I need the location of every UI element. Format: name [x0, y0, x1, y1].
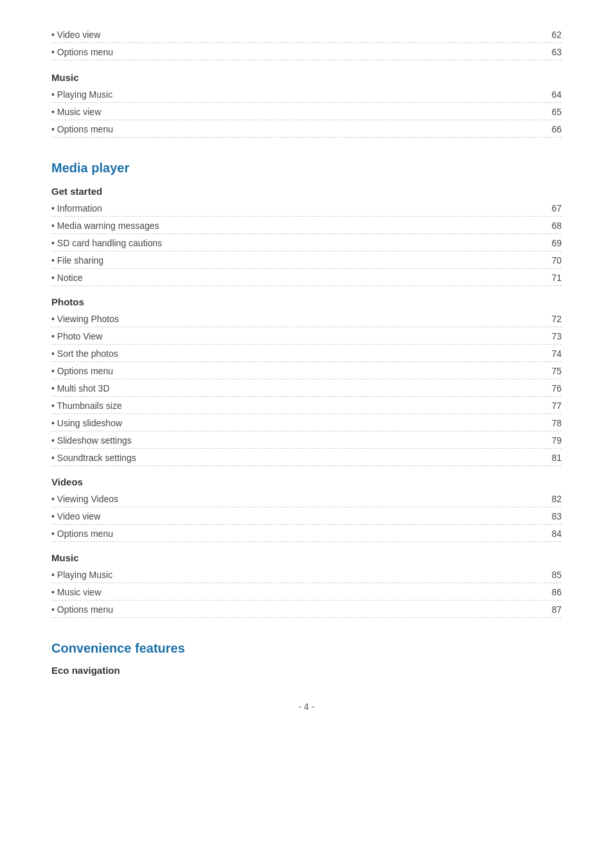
photos-section: Photos • Viewing Photos 72 • Photo View …	[51, 296, 562, 466]
list-item: • Video view 83	[51, 507, 562, 525]
item-label: • Options menu	[51, 529, 113, 539]
item-label: • Photo View	[51, 331, 102, 341]
list-item: • Information 67	[51, 199, 562, 217]
item-page: 75	[551, 366, 562, 376]
item-label: • Music view	[51, 587, 101, 597]
list-item: • Options menu 66	[51, 120, 562, 138]
item-page: 82	[551, 494, 562, 504]
list-item: • Options menu 75	[51, 362, 562, 379]
item-label: • Viewing Photos	[51, 314, 119, 324]
music-top-section: Music • Playing Music 64 • Music view 65…	[51, 72, 562, 138]
item-page: 71	[551, 273, 562, 283]
item-label: • Soundtrack settings	[51, 453, 136, 463]
list-item: • Multi shot 3D 76	[51, 379, 562, 397]
music-bottom-section: Music • Playing Music 85 • Music view 86…	[51, 552, 562, 618]
item-label: • Thumbnails size	[51, 401, 122, 411]
item-label: • Slideshow settings	[51, 435, 132, 446]
item-page: 68	[551, 221, 562, 231]
list-item: • Viewing Videos 82	[51, 490, 562, 507]
page-footer: - 4 -	[51, 701, 562, 712]
top-section: • Video view 62 • Options menu 63	[51, 26, 562, 60]
list-item: • Soundtrack settings 81	[51, 449, 562, 466]
item-label: • Sort the photos	[51, 348, 118, 359]
item-page: 70	[551, 255, 562, 266]
item-page: 87	[551, 604, 562, 615]
list-item: • Thumbnails size 77	[51, 397, 562, 414]
list-item: • Options menu 87	[51, 601, 562, 618]
item-page: 69	[551, 238, 562, 248]
music-bottom-title: Music	[51, 552, 562, 563]
item-page: 73	[551, 331, 562, 341]
item-page: 86	[551, 587, 562, 597]
list-item: • Playing Music 64	[51, 86, 562, 103]
item-page: 66	[551, 124, 562, 134]
list-item: • Video view 62	[51, 26, 562, 43]
item-label: • Information	[51, 203, 102, 213]
item-label: • Video view	[51, 30, 100, 40]
list-item: • Using slideshow 78	[51, 414, 562, 431]
item-page: 65	[551, 107, 562, 117]
media-player-title: Media player	[51, 161, 562, 176]
item-label: • Options menu	[51, 47, 113, 57]
item-page: 77	[551, 401, 562, 411]
item-label: • Options menu	[51, 124, 113, 134]
item-page: 79	[551, 435, 562, 446]
item-label: • SD card handling cautions	[51, 238, 162, 248]
item-page: 74	[551, 348, 562, 359]
section-title: Music	[51, 72, 562, 83]
get-started-section: Get started • Information 67 • Media war…	[51, 186, 562, 286]
item-page: 67	[551, 203, 562, 213]
item-label: • Using slideshow	[51, 418, 122, 428]
list-item: • Options menu 63	[51, 43, 562, 60]
item-label: • Notice	[51, 273, 82, 283]
item-page: 83	[551, 511, 562, 521]
list-item: • Photo View 73	[51, 327, 562, 345]
list-item: • Slideshow settings 79	[51, 431, 562, 449]
list-item: • Music view 86	[51, 583, 562, 601]
list-item: • File sharing 70	[51, 251, 562, 269]
videos-title: Videos	[51, 476, 562, 487]
item-label: • Media warning messages	[51, 221, 159, 231]
list-item: • Viewing Photos 72	[51, 310, 562, 327]
item-label: • Playing Music	[51, 570, 112, 580]
list-item: • Notice 71	[51, 269, 562, 286]
item-label: • Viewing Videos	[51, 494, 118, 504]
list-item: • Sort the photos 74	[51, 345, 562, 362]
item-label: • File sharing	[51, 255, 103, 266]
get-started-title: Get started	[51, 186, 562, 197]
item-page: 84	[551, 529, 562, 539]
list-item: • SD card handling cautions 69	[51, 234, 562, 251]
page-content: • Video view 62 • Options menu 63 Music …	[0, 0, 613, 750]
item-label: • Playing Music	[51, 89, 112, 100]
item-label: • Options menu	[51, 366, 113, 376]
item-page: 78	[551, 418, 562, 428]
list-item: • Playing Music 85	[51, 566, 562, 583]
eco-nav-title: Eco navigation	[51, 665, 562, 676]
item-page: 62	[551, 30, 562, 40]
item-page: 76	[551, 383, 562, 393]
item-page: 64	[551, 89, 562, 100]
convenience-title: Convenience features	[51, 641, 562, 656]
item-label: • Multi shot 3D	[51, 383, 110, 393]
item-label: • Video view	[51, 511, 100, 521]
list-item: • Music view 65	[51, 103, 562, 120]
videos-section: Videos • Viewing Videos 82 • Video view …	[51, 476, 562, 542]
item-page: 63	[551, 47, 562, 57]
item-page: 72	[551, 314, 562, 324]
item-page: 81	[551, 453, 562, 463]
item-page: 85	[551, 570, 562, 580]
item-label: • Music view	[51, 107, 101, 117]
list-item: • Options menu 84	[51, 525, 562, 542]
item-label: • Options menu	[51, 604, 113, 615]
list-item: • Media warning messages 68	[51, 217, 562, 234]
photos-title: Photos	[51, 296, 562, 307]
